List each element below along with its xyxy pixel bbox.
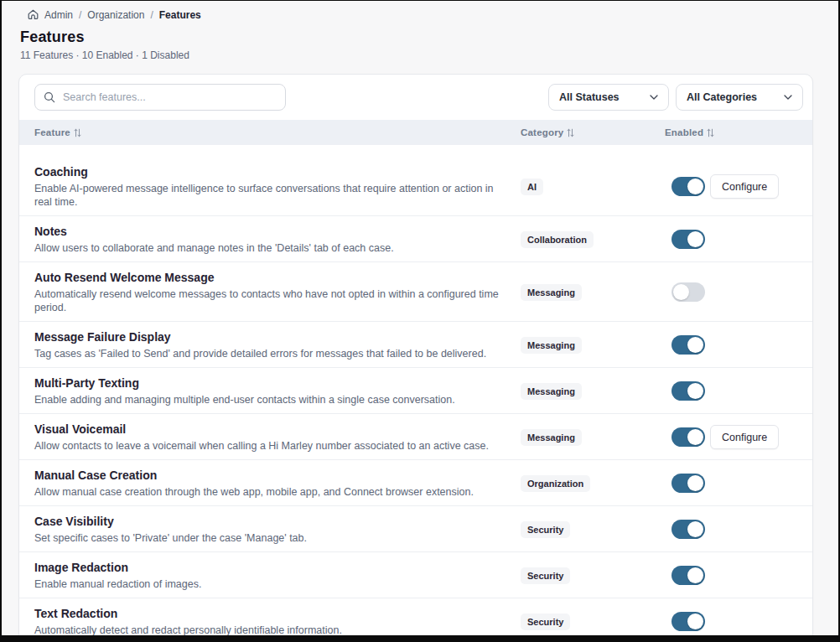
toggle-knob bbox=[687, 614, 703, 629]
column-header-feature[interactable]: Feature bbox=[34, 127, 521, 137]
feature-cell: Notes Allow users to collaborate and man… bbox=[34, 224, 521, 255]
breadcrumb-organization[interactable]: Organization bbox=[87, 9, 144, 21]
feature-name: Case Visibility bbox=[34, 514, 506, 530]
category-badge: Messaging bbox=[521, 284, 582, 301]
category-cell: Messaging bbox=[521, 383, 665, 400]
enabled-cell bbox=[665, 230, 812, 249]
app-window: Admin / Organization / Features Features… bbox=[2, 1, 838, 635]
feature-toggle[interactable] bbox=[671, 230, 705, 249]
feature-cell: Manual Case Creation Allow manual case c… bbox=[34, 468, 521, 499]
breadcrumb-admin[interactable]: Admin bbox=[44, 9, 73, 21]
feature-name: Auto Resend Welcome Message bbox=[34, 270, 506, 286]
toggle-knob bbox=[687, 383, 703, 399]
feature-toggle[interactable] bbox=[671, 566, 705, 585]
sort-icon bbox=[74, 128, 81, 137]
feature-description: Enable manual redaction of images. bbox=[34, 577, 506, 591]
configure-button[interactable]: Configure bbox=[710, 425, 779, 449]
breadcrumb-current: Features bbox=[159, 9, 201, 21]
feature-name: Coaching bbox=[34, 164, 506, 180]
table-header: Feature Category Enabled bbox=[19, 120, 812, 145]
column-header-category[interactable]: Category bbox=[521, 127, 665, 137]
filters: All Statuses All Categories bbox=[548, 84, 803, 111]
category-badge: Messaging bbox=[521, 429, 582, 446]
feature-toggle[interactable] bbox=[671, 335, 705, 355]
category-cell: Organization bbox=[521, 475, 665, 492]
category-cell: Security bbox=[521, 521, 665, 538]
home-icon[interactable] bbox=[27, 8, 39, 21]
sort-icon bbox=[707, 128, 714, 137]
feature-name: Notes bbox=[34, 224, 506, 240]
page-summary: 11 Features · 10 Enabled · 1 Disabled bbox=[20, 49, 838, 61]
feature-toggle[interactable] bbox=[671, 177, 705, 196]
category-badge: Organization bbox=[521, 475, 590, 492]
page-title: Features bbox=[20, 28, 838, 46]
table-body: Coaching Enable AI-powered message intel… bbox=[19, 145, 812, 635]
category-cell: Collaboration bbox=[521, 231, 665, 248]
column-header-enabled[interactable]: Enabled bbox=[665, 127, 812, 137]
feature-cell: Image Redaction Enable manual redaction … bbox=[34, 560, 521, 591]
feature-description: Enable AI-powered message intelligence t… bbox=[34, 182, 506, 209]
category-cell: Messaging bbox=[521, 284, 665, 301]
breadcrumb-separator: / bbox=[79, 9, 81, 21]
category-cell: Security bbox=[521, 567, 665, 584]
enabled-cell bbox=[665, 282, 812, 302]
search-icon bbox=[44, 91, 55, 103]
status-filter-value: All Statuses bbox=[559, 91, 620, 103]
feature-toggle[interactable] bbox=[671, 381, 705, 401]
feature-toggle[interactable] bbox=[671, 612, 705, 631]
enabled-cell bbox=[665, 612, 812, 631]
feature-name: Message Failure Display bbox=[34, 329, 506, 345]
feature-description: Set specific cases to 'Private' under th… bbox=[34, 531, 506, 545]
table-row: Manual Case Creation Allow manual case c… bbox=[19, 460, 812, 506]
toggle-knob bbox=[687, 429, 703, 445]
feature-description: Tag cases as 'Failed to Send' and provid… bbox=[34, 347, 506, 360]
feature-toggle[interactable] bbox=[671, 282, 705, 302]
feature-toggle[interactable] bbox=[671, 427, 705, 447]
enabled-cell bbox=[665, 335, 812, 355]
feature-toggle[interactable] bbox=[671, 474, 705, 493]
toggle-knob bbox=[687, 231, 703, 247]
category-cell: Security bbox=[521, 614, 665, 630]
configure-button[interactable]: Configure bbox=[710, 174, 779, 199]
column-label: Enabled bbox=[665, 127, 703, 137]
category-badge: Collaboration bbox=[521, 231, 594, 248]
search-input[interactable] bbox=[34, 84, 286, 111]
enabled-cell: Configure bbox=[665, 425, 812, 449]
feature-cell: Auto Resend Welcome Message Automaticall… bbox=[34, 270, 521, 314]
category-cell: Messaging bbox=[521, 337, 665, 354]
category-badge: Security bbox=[521, 614, 570, 630]
enabled-cell: Configure bbox=[665, 174, 812, 199]
table-row: Auto Resend Welcome Message Automaticall… bbox=[19, 262, 812, 322]
table-row: Visual Voicemail Allow contacts to leave… bbox=[19, 414, 812, 460]
feature-description: Automatically resend welcome messages to… bbox=[34, 287, 506, 314]
feature-cell: Text Redaction Automatically detect and … bbox=[34, 606, 521, 635]
breadcrumb-separator: / bbox=[150, 9, 153, 21]
chevron-down-icon bbox=[650, 95, 658, 100]
enabled-cell bbox=[665, 474, 812, 493]
table-row: Multi-Party Texting Enable adding and ma… bbox=[19, 368, 812, 414]
category-badge: AI bbox=[521, 179, 543, 195]
feature-toggle[interactable] bbox=[671, 520, 705, 539]
category-filter-select[interactable]: All Categories bbox=[676, 84, 803, 111]
table-row: Notes Allow users to collaborate and man… bbox=[19, 216, 812, 262]
column-label: Category bbox=[521, 127, 563, 137]
search-wrap bbox=[34, 84, 286, 111]
feature-description: Allow users to collaborate and manage no… bbox=[34, 241, 506, 255]
category-badge: Messaging bbox=[521, 337, 582, 354]
chevron-down-icon bbox=[784, 95, 792, 100]
category-badge: Messaging bbox=[521, 383, 582, 400]
feature-description: Allow manual case creation through the w… bbox=[34, 485, 506, 499]
table-row: Message Failure Display Tag cases as 'Fa… bbox=[19, 322, 812, 368]
category-cell: Messaging bbox=[521, 429, 665, 446]
toggle-knob bbox=[687, 521, 703, 537]
table-row: Case Visibility Set specific cases to 'P… bbox=[19, 506, 812, 552]
sort-icon bbox=[567, 128, 574, 137]
toggle-knob bbox=[687, 567, 703, 583]
toggle-knob bbox=[673, 284, 689, 300]
table-row: Text Redaction Automatically detect and … bbox=[19, 598, 812, 635]
category-cell: AI bbox=[521, 179, 665, 195]
toggle-knob bbox=[687, 337, 703, 353]
table-row: Coaching Enable AI-powered message intel… bbox=[19, 145, 812, 216]
status-filter-select[interactable]: All Statuses bbox=[548, 84, 669, 111]
category-badge: Security bbox=[521, 567, 570, 584]
